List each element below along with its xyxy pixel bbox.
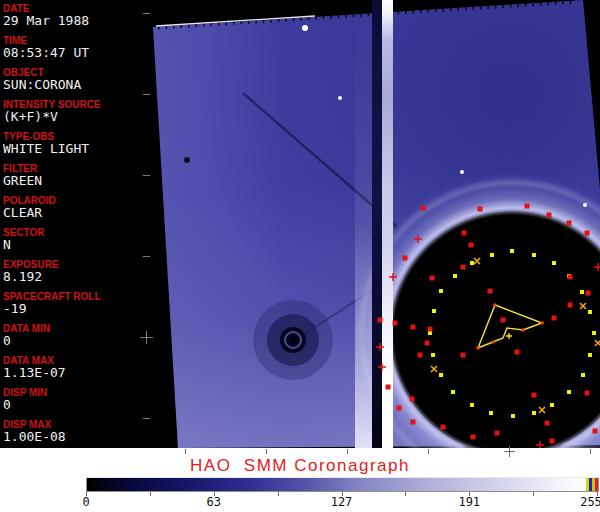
yellow-fiducial-dot xyxy=(532,253,536,257)
footer: HAO SMM Coronagraph 063127191255 xyxy=(0,448,600,512)
red-fiducial-dot xyxy=(411,420,416,425)
white-speck xyxy=(302,25,308,31)
metadata-field: DISP MIN0 xyxy=(3,387,47,412)
colorbar-tick-label: 255 xyxy=(580,495,600,509)
colorbar-tick-label: 127 xyxy=(331,495,353,509)
red-fiducial-dot xyxy=(552,316,557,321)
red-fiducial-dot xyxy=(410,397,415,402)
yellow-fiducial-dot xyxy=(470,403,474,407)
bottom-tick xyxy=(428,449,429,454)
yellow-fiducial-dot xyxy=(432,309,436,313)
yellow-fiducial-dot xyxy=(451,390,455,394)
colorbar-tick xyxy=(533,492,534,496)
red-fiducial-dot xyxy=(568,275,573,280)
colorbar-tick-label: 191 xyxy=(458,495,480,509)
yellow-fiducial-dot xyxy=(588,353,592,357)
metadata-field: SECTORN xyxy=(3,227,45,252)
red-fiducial-dot xyxy=(378,318,383,323)
field-value: 8.192 xyxy=(3,270,59,284)
metadata-field: DATA MIN0 xyxy=(3,323,50,348)
colorbar-tick xyxy=(278,492,279,496)
red-fiducial-dot xyxy=(469,243,474,248)
orange-x-mark xyxy=(580,303,586,309)
fiducial-overlay-layer xyxy=(150,0,600,448)
red-fiducial-dot xyxy=(515,350,520,355)
red-fiducial-dot xyxy=(525,204,530,209)
yellow-fiducial-dot xyxy=(453,274,457,278)
field-value: 0 xyxy=(3,398,47,412)
red-fiducial-dot xyxy=(550,439,555,444)
red-fiducial-dot xyxy=(425,341,430,346)
red-fiducial-dot xyxy=(585,391,590,396)
red-fiducial-dot xyxy=(397,406,402,411)
polygon-vertex-dot xyxy=(521,328,525,332)
field-value: 1.00E-08 xyxy=(3,430,66,444)
yellow-fiducial-dot xyxy=(581,373,585,377)
red-fiducial-dot xyxy=(403,256,408,261)
field-value: WHITE LIGHT xyxy=(3,142,89,156)
red-fiducial-dot xyxy=(532,393,537,398)
red-fiducial-dot xyxy=(411,325,416,330)
yellow-fiducial-dot xyxy=(489,411,493,415)
metadata-field: POLAROIDCLEAR xyxy=(3,195,56,220)
yellow-fiducial-dot xyxy=(439,373,443,377)
red-fiducial-dot xyxy=(567,221,572,226)
red-fiducial-dot xyxy=(428,327,433,332)
red-fiducial-dot xyxy=(478,207,483,212)
metadata-field: EXPOSURE8.192 xyxy=(3,259,59,284)
field-value: (K+F)*V xyxy=(3,110,101,124)
polygon-vertex-dot xyxy=(491,340,495,344)
red-fiducial-dot xyxy=(393,321,398,326)
colorbar xyxy=(86,477,599,492)
field-value: 29 Mar 1988 xyxy=(3,14,89,28)
left-tick xyxy=(143,256,150,257)
metadata-field: DISP MAX1.00E-08 xyxy=(3,419,66,444)
orange-x-mark xyxy=(474,258,480,264)
metadata-field: OBJECTSUN:CORONA xyxy=(3,67,81,92)
yellow-fiducial-dot xyxy=(510,249,514,253)
bottom-tick xyxy=(266,449,267,454)
white-speck xyxy=(583,203,587,207)
red-plus-mark xyxy=(376,343,384,351)
red-fiducial-dot xyxy=(593,429,598,434)
left-tick xyxy=(143,94,150,95)
left-tick xyxy=(143,175,150,176)
yellow-fiducial-dot xyxy=(511,414,515,418)
red-fiducial-dot xyxy=(488,289,493,294)
colorbar-tick xyxy=(405,492,406,496)
field-value: N xyxy=(3,238,45,252)
orange-x-mark xyxy=(431,366,437,372)
red-fiducial-dot xyxy=(430,276,435,281)
red-fiducial-dot xyxy=(495,431,500,436)
bottom-tick xyxy=(347,449,348,454)
white-speck xyxy=(460,170,464,174)
red-fiducial-dot xyxy=(545,421,550,426)
metadata-field: DATA MAX1.13E-07 xyxy=(3,355,66,380)
display-region: DATE29 Mar 1988TIME08:53:47 UTOBJECTSUN:… xyxy=(0,0,600,448)
colorbar-tick xyxy=(150,492,151,496)
field-value: GREEN xyxy=(3,174,42,188)
coronagraph-viewer: DATE29 Mar 1988TIME08:53:47 UTOBJECTSUN:… xyxy=(0,0,600,512)
red-fiducial-dot xyxy=(386,385,391,390)
metadata-field: TIME08:53:47 UT xyxy=(3,35,89,60)
field-value: 08:53:47 UT xyxy=(3,46,89,60)
yellow-fiducial-dot xyxy=(580,290,584,294)
yellow-fiducial-dot xyxy=(592,331,596,335)
colorbar-tick-label: 63 xyxy=(207,495,221,509)
bottom-tick xyxy=(590,449,591,454)
left-plus-mark xyxy=(146,331,147,344)
red-plus-mark xyxy=(389,273,397,281)
red-plus-mark xyxy=(594,263,600,271)
field-value: CLEAR xyxy=(3,206,56,220)
saturation-stripe xyxy=(595,478,598,491)
red-fiducial-dot xyxy=(461,265,466,270)
red-fiducial-dot xyxy=(421,206,426,211)
metadata-field: DATE29 Mar 1988 xyxy=(3,3,89,28)
red-fiducial-dot xyxy=(462,231,467,236)
yellow-fiducial-dot xyxy=(470,261,474,265)
yellow-fiducial-dot xyxy=(428,331,432,335)
polygon-vertex-dot xyxy=(476,346,480,350)
red-plus-mark xyxy=(536,441,544,448)
red-fiducial-dot xyxy=(471,435,476,440)
field-value: 0 xyxy=(3,334,50,348)
